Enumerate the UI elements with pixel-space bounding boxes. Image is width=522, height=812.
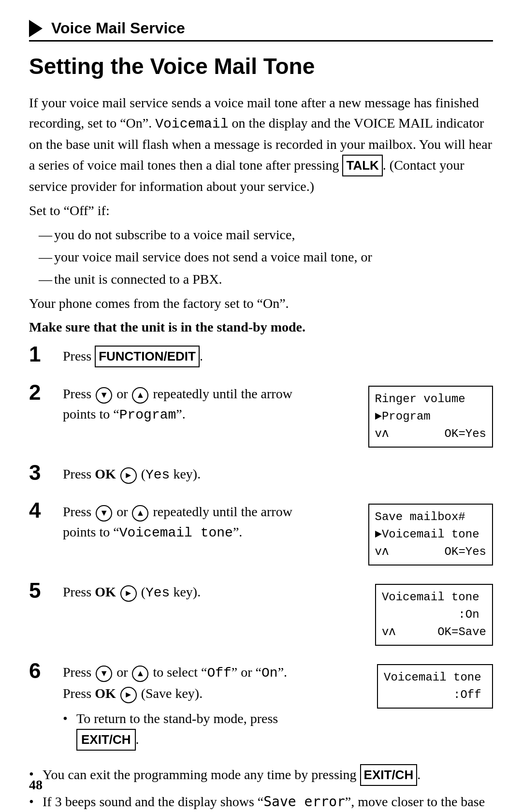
return-bullet: • To return to the stand-by mode, press … (63, 709, 367, 751)
intro-paragraph: If your voice mail service sends a voice… (29, 93, 493, 197)
off-mono: Off (207, 666, 231, 681)
step-1-content: Press FUNCTION/EDIT. (63, 343, 493, 367)
step-6-with-display: Press ▼ or ▲ to select “Off” or “On”. Pr… (63, 662, 493, 751)
header-title: Voice Mail Service (51, 19, 185, 37)
function-edit-key-1: FUNCTION/EDIT (95, 346, 200, 367)
factory-note: Your phone comes from the factory set to… (29, 293, 493, 314)
return-text: To return to the stand-by mode, press EX… (76, 709, 278, 751)
page-title: Setting the Voice Mail Tone (29, 53, 493, 79)
note-2-text: If 3 beeps sound and the display shows “… (43, 792, 493, 812)
dash-item-2: — your voice mail service does not send … (39, 247, 493, 267)
note-1: • You can exit the programming mode any … (29, 764, 493, 786)
step-5-with-display: Press OK ► (Yes key). Voicemail tone :On… (63, 582, 493, 646)
ok-btn-6: ► (120, 687, 137, 703)
up-arrow-btn-6: ▲ (132, 666, 148, 682)
section-header: Voice Mail Service (29, 19, 493, 37)
page-number: 48 (29, 777, 43, 793)
header-arrow-icon (29, 20, 43, 37)
step-number-1: 1 (29, 343, 56, 366)
up-arrow-btn-4: ▲ (132, 505, 148, 522)
ok-btn-3: ► (120, 467, 137, 484)
down-arrow-btn-4: ▼ (96, 505, 112, 522)
step-number-6: 6 (29, 659, 56, 682)
dash-item-1: — you do not subscribe to a voice mail s… (39, 225, 493, 245)
on-mono: On (261, 666, 278, 681)
steps-section: 1 Press FUNCTION/EDIT. 2 Press ▼ or ▲ re… (29, 343, 493, 751)
step-3: 3 Press OK ► (Yes key). (29, 461, 493, 485)
standby-note: Make sure that the unit is in the stand-… (29, 319, 493, 335)
up-arrow-btn-2: ▲ (132, 387, 148, 404)
step-4-text: Press ▼ or ▲ repeatedly until the arrow … (63, 502, 359, 543)
step-4-content: Press ▼ or ▲ repeatedly until the arrow … (63, 499, 493, 566)
note-2: • If 3 beeps sound and the display shows… (29, 792, 493, 812)
step-number-4: 4 (29, 499, 56, 522)
display-box-5: Voicemail tone :On vʌ OK=Save (375, 584, 493, 646)
step-2-with-display: Press ▼ or ▲ repeatedly until the arrow … (63, 384, 493, 448)
ok-label-3: OK (95, 466, 116, 481)
step-6-content: Press ▼ or ▲ to select “Off” or “On”. Pr… (63, 659, 493, 751)
ok-btn-5: ► (120, 585, 137, 602)
down-arrow-btn-2: ▼ (96, 387, 112, 404)
conditions-list: — you do not subscribe to a voice mail s… (39, 225, 493, 290)
voicemail-mono: Voicemail (155, 116, 228, 131)
step-6: 6 Press ▼ or ▲ to select “Off” or “On”. … (29, 659, 493, 751)
notes-section: • You can exit the programming mode any … (29, 764, 493, 812)
ok-label-6: OK (95, 686, 116, 701)
yes-key-5: Yes (145, 585, 170, 600)
header-divider (29, 40, 493, 42)
down-arrow-btn-6: ▼ (96, 666, 112, 682)
step-5-content: Press OK ► (Yes key). Voicemail tone :On… (63, 579, 493, 646)
step-2: 2 Press ▼ or ▲ repeatedly until the arro… (29, 381, 493, 448)
step-4: 4 Press ▼ or ▲ repeatedly until the arro… (29, 499, 493, 566)
ok-label-5: OK (95, 584, 116, 599)
step-2-content: Press ▼ or ▲ repeatedly until the arrow … (63, 381, 493, 448)
step-1: 1 Press FUNCTION/EDIT. (29, 343, 493, 367)
program-mono: Program (119, 407, 176, 422)
step-3-content: Press OK ► (Yes key). (63, 461, 493, 485)
step-number-5: 5 (29, 579, 56, 602)
set-off-label: Set to “Off” if: (29, 201, 493, 221)
step-number-2: 2 (29, 381, 56, 404)
yes-key-3: Yes (145, 467, 170, 482)
voicemail-tone-mono-4: Voicemail tone (119, 525, 233, 540)
step-2-text: Press ▼ or ▲ repeatedly until the arrow … (63, 384, 359, 425)
display-box-2: Ringer volume ►Program vʌ OK=Yes (368, 386, 493, 448)
exit-ch-key-note1: EXIT/CH (360, 764, 418, 786)
step-number-3: 3 (29, 461, 56, 484)
exit-ch-key-6: EXIT/CH (76, 729, 136, 751)
display-box-6: Voicemail tone :Off (377, 664, 493, 709)
talk-key: TALK (342, 155, 382, 176)
step-5: 5 Press OK ► (Yes key). Voicemail tone :… (29, 579, 493, 646)
dash-item-3: — the unit is connected to a PBX. (39, 269, 493, 290)
display-box-4: Save mailbox# ►Voicemail tone vʌ OK=Yes (368, 504, 493, 566)
step-4-with-display: Press ▼ or ▲ repeatedly until the arrow … (63, 502, 493, 566)
note-1-text: You can exit the programming mode any ti… (43, 764, 420, 786)
step-5-text: Press OK ► (Yes key). (63, 582, 365, 603)
step-6-text: Press ▼ or ▲ to select “Off” or “On”. Pr… (63, 662, 367, 751)
